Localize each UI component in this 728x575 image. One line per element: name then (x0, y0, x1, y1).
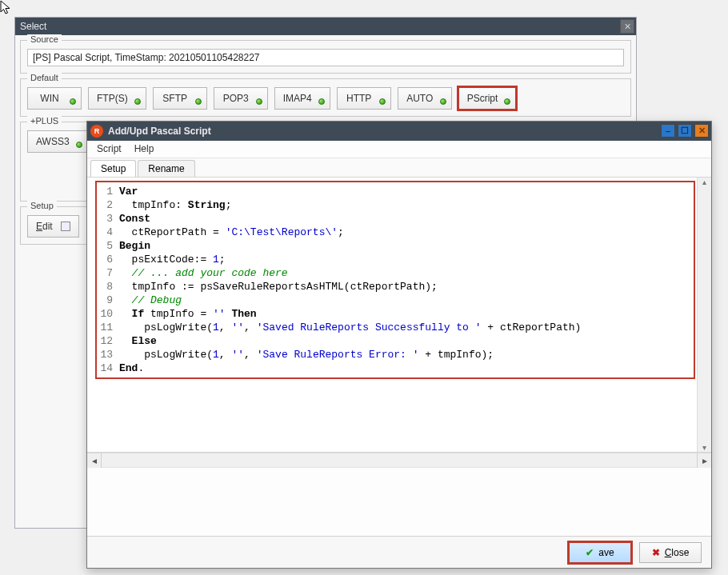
code-line[interactable]: 12 Else (98, 334, 689, 348)
code-line[interactable]: 8 tmpInfo := psSaveRuleReportsAsHTML(ctR… (98, 280, 689, 293)
code-line[interactable]: 14End. (98, 361, 689, 375)
code-editor[interactable]: 1Var2 tmpInfo: String;3Const4 ctReportPa… (95, 181, 695, 379)
status-dot-icon (379, 98, 386, 105)
source-legend: Source (27, 34, 62, 44)
tab-rename[interactable]: Rename (138, 160, 194, 177)
pop3-button[interactable]: POP3 (214, 87, 268, 110)
code-line[interactable]: 5Begin (98, 239, 689, 253)
check-icon: ✔ (586, 547, 594, 558)
win-button[interactable]: WIN (27, 87, 82, 110)
plus-legend: +PLUS (27, 116, 62, 126)
status-dot-icon (440, 98, 446, 105)
x-icon: ✖ (652, 547, 660, 558)
save-button[interactable]: ✔ ave (569, 542, 631, 563)
source-input[interactable] (27, 49, 624, 66)
code-line[interactable]: 6 psExitCode:= 1; (98, 253, 689, 266)
scroll-up-icon[interactable]: ▴ (702, 178, 706, 186)
menubar: Script Help (87, 141, 711, 158)
status-dot-icon (134, 98, 141, 105)
scroll-right-icon[interactable]: ▸ (697, 453, 711, 468)
status-dot-icon (504, 98, 510, 105)
scroll-down-icon[interactable]: ▾ (702, 443, 706, 452)
imap4-button[interactable]: IMAP4 (274, 87, 330, 110)
source-group: Source (20, 40, 631, 74)
code-region: 1Var2 tmpInfo: String;3Const4 ctReportPa… (87, 178, 711, 453)
minimize-icon[interactable]: – (661, 124, 675, 138)
script-titlebar[interactable]: R Add/Upd Pascal Script – ☐ ✕ (87, 122, 711, 141)
code-line[interactable]: 13 psLogWrite(1, '', 'Save RuleReports E… (98, 348, 689, 361)
script-title: Add/Upd Pascal Script (108, 126, 211, 137)
status-dot-icon (76, 142, 82, 148)
select-title: Select (20, 21, 46, 32)
code-line[interactable]: 3Const (98, 212, 689, 226)
code-line[interactable]: 4 ctReportPath = 'C:\Test\Reports\'; (98, 226, 689, 239)
default-legend: Default (27, 73, 62, 82)
sftp-button[interactable]: SFTP (153, 87, 207, 110)
scroll-left-icon[interactable]: ◂ (87, 453, 102, 468)
close-icon[interactable]: ✕ (694, 124, 709, 138)
tabbar: Setup Rename (87, 158, 711, 178)
default-group: Default WINFTP(S)SFTPPOP3IMAP4HTTPAUTOPS… (20, 78, 631, 117)
status-dot-icon (256, 98, 262, 105)
http-button[interactable]: HTTP (337, 87, 391, 110)
output-pane (87, 467, 711, 536)
cursor-icon (0, 0, 13, 16)
edit-button[interactable]: Edit (27, 215, 79, 238)
editor-area: 1Var2 tmpInfo: String;3Const4 ctReportPa… (87, 178, 711, 536)
status-dot-icon (70, 98, 76, 105)
close-button[interactable]: ✖ Close (639, 542, 702, 563)
awss3-button[interactable]: AWSS3 (27, 130, 88, 153)
setup-legend: Setup (27, 201, 57, 210)
code-line[interactable]: 1Var (98, 185, 689, 198)
script-window: R Add/Upd Pascal Script – ☐ ✕ Script Hel… (86, 121, 712, 569)
close-icon[interactable]: ✕ (620, 19, 634, 34)
status-dot-icon (195, 98, 202, 105)
status-dot-icon (318, 98, 325, 105)
ftps-button[interactable]: FTP(S) (88, 87, 146, 110)
pscript-button[interactable]: PScript (458, 87, 517, 110)
tab-setup[interactable]: Setup (90, 160, 136, 177)
code-line[interactable]: 9 // Debug (98, 293, 689, 307)
auto-button[interactable]: AUTO (398, 87, 452, 110)
footer-bar: ✔ ave ✖ Close (87, 536, 711, 568)
code-line[interactable]: 11 psLogWrite(1, '', 'Saved RuleReports … (98, 321, 689, 334)
app-icon: R (90, 125, 103, 138)
code-line[interactable]: 7 // ... add your code here (98, 266, 689, 280)
select-titlebar[interactable]: Select ✕ (15, 18, 636, 35)
setup-group: Setup Edit (20, 206, 92, 245)
menu-help[interactable]: Help (128, 141, 161, 158)
horizontal-scrollbar[interactable]: ◂ ▸ (87, 453, 711, 467)
code-line[interactable]: 2 tmpInfo: String; (98, 198, 689, 212)
vertical-scrollbar[interactable]: ▴ ▾ (697, 178, 711, 452)
menu-script[interactable]: Script (90, 141, 128, 158)
code-line[interactable]: 10 If tmpInfo = '' Then (98, 307, 689, 321)
maximize-icon[interactable]: ☐ (678, 124, 692, 138)
